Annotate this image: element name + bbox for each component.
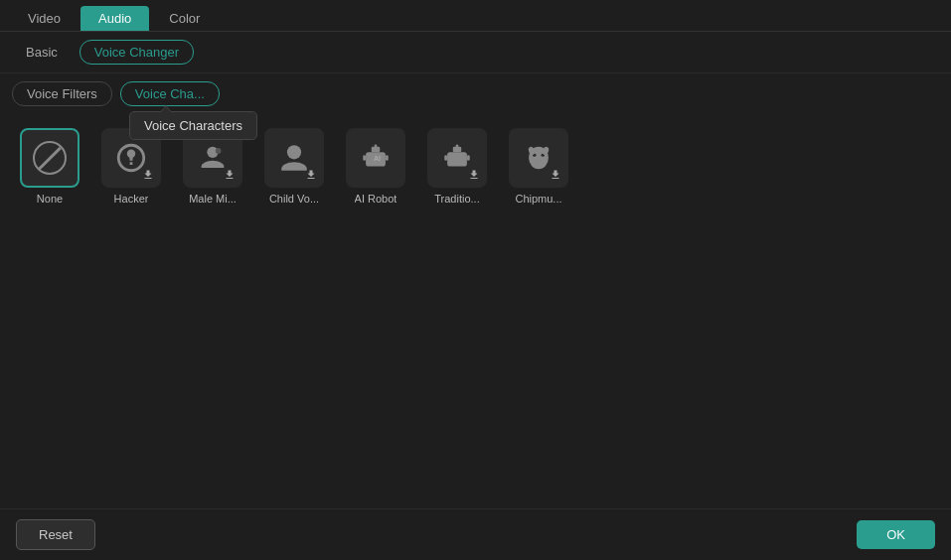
- tab-audio[interactable]: Audio: [80, 6, 149, 31]
- svg-rect-11: [386, 155, 389, 161]
- char-hacker[interactable]: Hacker: [95, 128, 167, 205]
- download-icon: [468, 169, 480, 181]
- svg-rect-20: [444, 155, 447, 161]
- download-icon: [224, 169, 236, 181]
- char-male-mi-icon: [183, 128, 242, 188]
- chipmunk-download-badge: [549, 168, 562, 182]
- svg-point-19: [456, 145, 459, 148]
- subtab-basic[interactable]: Basic: [12, 40, 72, 65]
- download-icon: [142, 169, 154, 181]
- char-traditio-label: Traditio...: [434, 193, 479, 205]
- char-child-vo-label: Child Vo...: [269, 193, 319, 205]
- char-none-label: None: [37, 193, 63, 205]
- svg-point-1: [216, 148, 222, 154]
- char-hacker-label: Hacker: [114, 193, 149, 205]
- tab-video[interactable]: Video: [10, 6, 79, 31]
- svg-point-16: [459, 157, 463, 161]
- char-ai-robot[interactable]: AI AI Robot: [340, 128, 411, 205]
- svg-point-15: [451, 157, 455, 161]
- filter-voice-characters[interactable]: Voice Cha...: [120, 81, 220, 106]
- char-chipmunk-icon: [509, 128, 568, 188]
- bottom-bar: Reset OK: [0, 508, 951, 560]
- svg-rect-10: [363, 155, 366, 161]
- char-chipmunk-label: Chipmu...: [515, 193, 561, 205]
- svg-point-9: [375, 145, 378, 148]
- svg-text:AI: AI: [374, 155, 381, 163]
- char-male-mi[interactable]: Male Mi...: [177, 128, 248, 205]
- svg-rect-21: [467, 155, 470, 161]
- download-icon: [305, 169, 317, 181]
- download-icon: [550, 169, 561, 181]
- char-ai-robot-label: AI Robot: [355, 193, 397, 205]
- tab-color[interactable]: Color: [151, 6, 218, 31]
- char-none-icon: [20, 128, 79, 188]
- svg-rect-7: [373, 164, 379, 165]
- hacker-download-badge: [141, 168, 155, 182]
- ai-robot-svg: AI: [359, 141, 393, 175]
- svg-point-2: [287, 145, 301, 159]
- char-hacker-icon: [101, 128, 161, 188]
- subtab-voice-changer[interactable]: Voice Changer: [79, 40, 194, 65]
- child-vo-download-badge: [304, 168, 318, 182]
- char-child-vo-icon: [264, 128, 324, 188]
- char-child-vo[interactable]: Child Vo...: [258, 128, 330, 205]
- top-tabs: Video Audio Color: [0, 0, 951, 32]
- filter-voice-filters[interactable]: Voice Filters: [12, 81, 112, 106]
- male-mi-download-badge: [223, 168, 237, 182]
- char-none[interactable]: None: [14, 128, 85, 205]
- char-traditio-icon: [427, 128, 487, 188]
- traditio-download-badge: [467, 168, 481, 182]
- svg-rect-17: [454, 164, 460, 165]
- svg-point-27: [535, 162, 544, 166]
- ok-button[interactable]: OK: [857, 520, 935, 549]
- sub-tabs: Basic Voice Changer: [0, 32, 951, 73]
- char-chipmunk[interactable]: Chipmu...: [503, 128, 574, 205]
- filter-tabs-container: Voice Filters Voice Cha... Voice Charact…: [0, 73, 951, 114]
- char-male-mi-label: Male Mi...: [189, 193, 237, 205]
- char-traditio[interactable]: Traditio...: [421, 128, 493, 205]
- char-ai-robot-icon: AI: [346, 128, 405, 188]
- reset-button[interactable]: Reset: [16, 519, 95, 550]
- characters-grid: None Hacker Male Mi... Child Vo...: [0, 114, 951, 218]
